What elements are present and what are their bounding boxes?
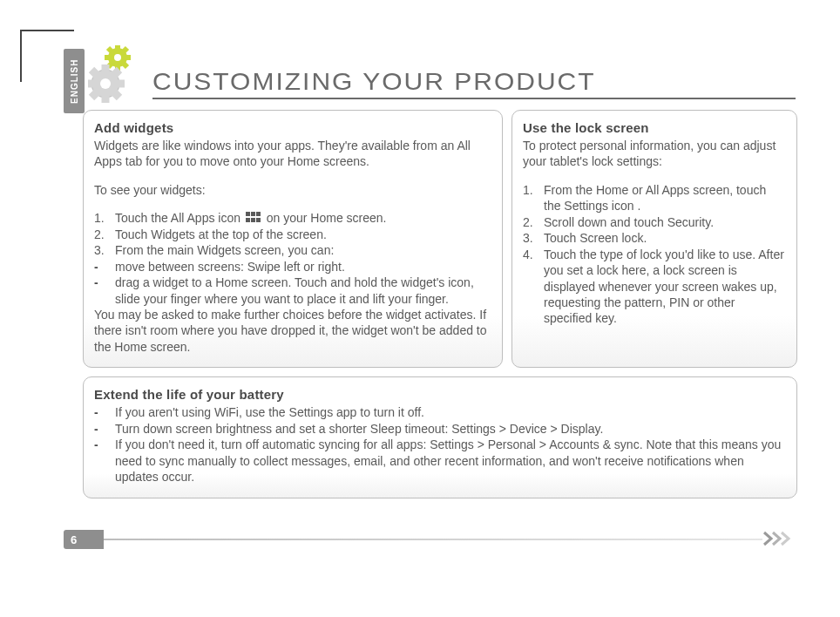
svg-line-18 xyxy=(114,70,119,75)
page-footer: 6 xyxy=(64,530,797,549)
svg-line-6 xyxy=(124,64,127,67)
body-text: Widgets are like windows into your apps.… xyxy=(94,138,491,170)
body-text: You may be asked to make further choices… xyxy=(94,307,491,355)
footer-arrows-icon xyxy=(762,531,797,546)
body-text: To see your widgets: xyxy=(94,182,491,198)
footer-rule xyxy=(104,530,797,549)
text-fragment: Touch the All Apps icon xyxy=(115,211,244,225)
page: ENGLISH xyxy=(22,30,815,587)
panel-heading: Add widgets xyxy=(94,119,491,137)
crop-mark xyxy=(22,30,74,45)
svg-line-17 xyxy=(91,92,97,98)
list-item: Touch Screen lock. xyxy=(523,230,786,246)
list-item: From the main Widgets screen, you can: xyxy=(94,242,491,258)
panel-heading: Use the lock screen xyxy=(523,119,786,137)
panel-battery: Extend the life of your battery If you a… xyxy=(83,376,797,498)
list-item: move between screens: Swipe left or righ… xyxy=(94,259,491,275)
svg-line-16 xyxy=(114,92,119,98)
list-item: drag a widget to a Home screen. Touch an… xyxy=(94,275,491,307)
panel-lock-screen: Use the lock screen To protect personal … xyxy=(511,110,797,368)
list-item: If you aren't using WiFi, use the Settin… xyxy=(94,404,786,420)
text-fragment: on your Home screen. xyxy=(263,211,387,225)
svg-point-19 xyxy=(100,78,111,89)
panel-heading: Extend the life of your battery xyxy=(94,386,786,403)
title-bar: CUSTOMIZING YOUR PRODUCT xyxy=(152,59,796,99)
svg-line-5 xyxy=(108,48,112,51)
list-item: From the Home or All Apps screen, touch … xyxy=(523,182,786,214)
gears-icon xyxy=(88,45,149,108)
svg-point-9 xyxy=(114,54,121,61)
list-item: Scroll down and touch Security. xyxy=(523,214,786,230)
list-item: Turn down screen brightness and set a sh… xyxy=(94,421,786,437)
panel-add-widgets: Add widgets Widgets are like windows int… xyxy=(83,110,503,368)
language-tab: ENGLISH xyxy=(64,49,85,113)
list-item: Touch Widgets at the top of the screen. xyxy=(94,227,491,242)
page-number: 6 xyxy=(64,530,104,549)
content-area: Add widgets Widgets are like windows int… xyxy=(83,110,797,507)
list-item: Touch the type of lock you'd like to use… xyxy=(523,247,786,327)
svg-line-15 xyxy=(91,70,97,75)
list-item: Touch the All Apps icon on your Home scr… xyxy=(94,210,491,226)
page-title: CUSTOMIZING YOUR PRODUCT xyxy=(152,68,596,96)
body-text: To protect personal information, you can… xyxy=(523,138,786,170)
all-apps-icon xyxy=(246,212,261,224)
svg-line-8 xyxy=(124,48,127,51)
list-item: If you don't need it, turn off automatic… xyxy=(94,437,786,485)
